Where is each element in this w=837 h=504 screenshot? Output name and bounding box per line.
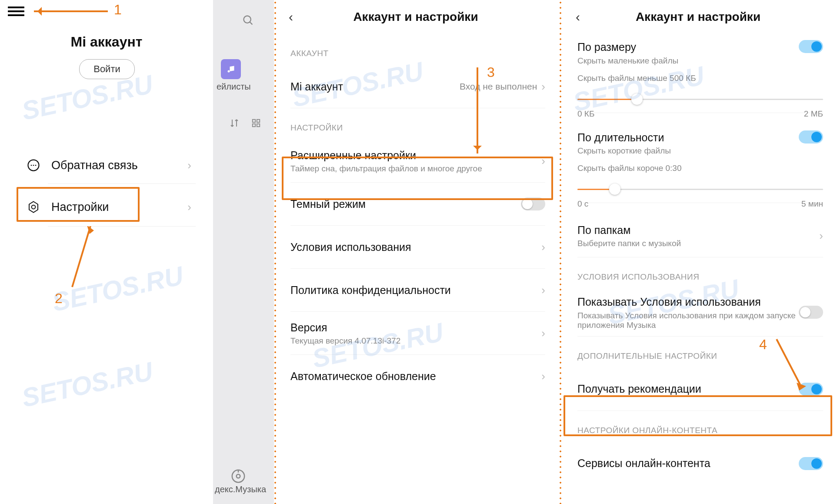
annotation-highlight-3 [282, 157, 553, 200]
recommendations-label: Получать рекомендации [577, 382, 799, 396]
privacy-label: Политика конфиденциальности [290, 283, 541, 297]
svg-rect-4 [257, 120, 260, 122]
by-folder-row[interactable]: По папкам Выберите папки с музыкой › [577, 214, 823, 257]
mi-account-row[interactable]: Mi аккаунт Вход не выполнен › [290, 65, 545, 108]
group-settings: НАСТРОЙКИ [290, 123, 545, 133]
online-services-row[interactable]: Сервисы онлайн-контента [577, 442, 823, 485]
annotation-arrow-4 [772, 335, 807, 391]
yandex-label: декс.Музыка [215, 484, 266, 494]
dur-min: 0 с [577, 199, 588, 209]
chevron-right-icon: › [541, 284, 545, 297]
chevron-right-icon: › [541, 240, 545, 254]
svg-rect-6 [257, 124, 260, 127]
svg-rect-3 [253, 120, 255, 122]
chevron-right-icon: › [187, 200, 191, 214]
chevron-right-icon: › [819, 229, 823, 243]
annotation-arrow-1 [34, 10, 108, 12]
sort-icon [225, 114, 243, 132]
version-sub: Текущая версия 4.07.13i-372 [290, 336, 541, 346]
annotation-1: 1 [114, 2, 122, 18]
annotation-highlight-2 [17, 187, 140, 222]
panel-1: ейлисты декс.Музыка Mi аккаунт Войти Обр… [0, 0, 274, 504]
chevron-right-icon: › [541, 370, 545, 383]
by-duration-sub: Скрыть короткие файлы [577, 146, 799, 156]
by-folder-label: По папкам [577, 223, 819, 237]
feedback-row[interactable]: Обратная связь › [26, 149, 200, 182]
annotation-2: 2 [55, 290, 63, 307]
size-max: 2 МБ [804, 109, 823, 119]
svg-line-12 [72, 226, 90, 287]
show-terms-label: Показывать Условия использования [577, 295, 799, 309]
playlists-label: ейлисты [217, 82, 251, 92]
duration-slider[interactable]: 0 с 5 мин [577, 181, 823, 197]
annotation-3: 3 [487, 64, 495, 80]
mi-account-status: Вход не выполнен [460, 81, 537, 92]
svg-point-2 [228, 70, 230, 73]
page-title: Аккаунт и настройки [302, 10, 530, 24]
by-size-label: По размеру [577, 40, 799, 54]
annotation-4: 4 [759, 337, 767, 353]
back-icon[interactable]: ‹ [289, 10, 293, 24]
panel1-background-app: ейлисты декс.Музыка [213, 0, 274, 504]
by-size-toggle[interactable] [799, 40, 823, 53]
login-button[interactable]: Войти [79, 59, 135, 79]
annotation-arrow-3 [477, 67, 478, 154]
online-services-label: Сервисы онлайн-контента [577, 456, 799, 471]
terms-label: Условия использования [290, 240, 541, 254]
chevron-right-icon: › [541, 80, 545, 93]
header: ‹ Аккаунт и настройки [277, 0, 559, 34]
playlists-icon [221, 59, 241, 79]
annotation-highlight-4 [564, 395, 832, 436]
back-icon[interactable]: ‹ [576, 10, 580, 24]
yandex-music-icon [229, 467, 247, 485]
divider [48, 184, 196, 184]
version-row[interactable]: Версия Текущая версия 4.07.13i-372 › [290, 312, 545, 355]
feedback-icon [26, 158, 41, 173]
annotation-arrow-2 [69, 226, 99, 291]
chevron-right-icon: › [541, 327, 545, 340]
by-folder-sub: Выберите папки с музыкой [577, 239, 819, 248]
auto-update-row[interactable]: Автоматическое обновление › [290, 355, 545, 397]
watermark: SETOS.RU [19, 356, 155, 413]
hamburger-icon[interactable] [8, 4, 24, 17]
online-services-toggle[interactable] [799, 457, 823, 470]
svg-line-14 [777, 339, 800, 384]
sidebar-drawer: Mi аккаунт Войти Обратная связь › Настро… [0, 0, 213, 504]
settings-list: АККАУНТ Mi аккаунт Вход не выполнен › НА… [277, 49, 559, 397]
svg-rect-5 [253, 124, 255, 127]
show-terms-toggle[interactable] [799, 306, 823, 319]
by-duration-label: По длительности [577, 130, 799, 145]
size-min: 0 КБ [577, 109, 594, 119]
by-duration-block: По длительности Скрыть короткие файлы Ск… [577, 124, 823, 204]
version-label: Версия [290, 320, 541, 335]
show-terms-sub: Показывать Условия использования при каж… [577, 311, 799, 330]
header: ‹ Аккаунт и настройки [564, 0, 837, 34]
svg-point-8 [237, 474, 240, 478]
privacy-row[interactable]: Политика конфиденциальности › [290, 269, 545, 312]
page-title: Аккаунт и настройки [589, 10, 807, 24]
by-duration-toggle[interactable] [799, 130, 823, 144]
chevron-right-icon: › [187, 159, 191, 172]
svg-point-0 [244, 16, 251, 23]
search-icon [239, 11, 257, 30]
by-size-sub: Скрыть маленькие файлы [577, 56, 799, 66]
mi-account-label: Mi аккаунт [290, 80, 460, 94]
grid-icon [247, 114, 265, 132]
auto-update-label: Автоматическое обновление [290, 369, 541, 384]
terms-row[interactable]: Условия использования › [290, 226, 545, 269]
group-account: АККАУНТ [290, 49, 545, 58]
dur-slider-label: Скрыть файлы короче 0:30 [577, 164, 823, 173]
panel-2: ‹ Аккаунт и настройки АККАУНТ Mi аккаунт… [274, 0, 559, 504]
by-size-block: По размеру Скрыть маленькие файлы Скрыть… [577, 34, 823, 113]
svg-marker-15 [797, 383, 806, 391]
dur-max: 5 мин [801, 199, 823, 209]
show-terms-row[interactable]: Показывать Условия использования Показыв… [577, 289, 823, 337]
size-slider-label: Скрыть файлы меньше 500 КБ [577, 73, 823, 83]
size-slider[interactable]: 0 КБ 2 МБ [577, 91, 823, 107]
feedback-label: Обратная связь [51, 159, 187, 172]
panel-3: ‹ Аккаунт и настройки По размеру Скрыть … [559, 0, 837, 504]
account-title: Mi аккаунт [0, 34, 213, 50]
svg-line-1 [250, 22, 253, 25]
group-terms: УСЛОВИЯ ИСПОЛЬЗОВАНИЯ [577, 272, 823, 282]
